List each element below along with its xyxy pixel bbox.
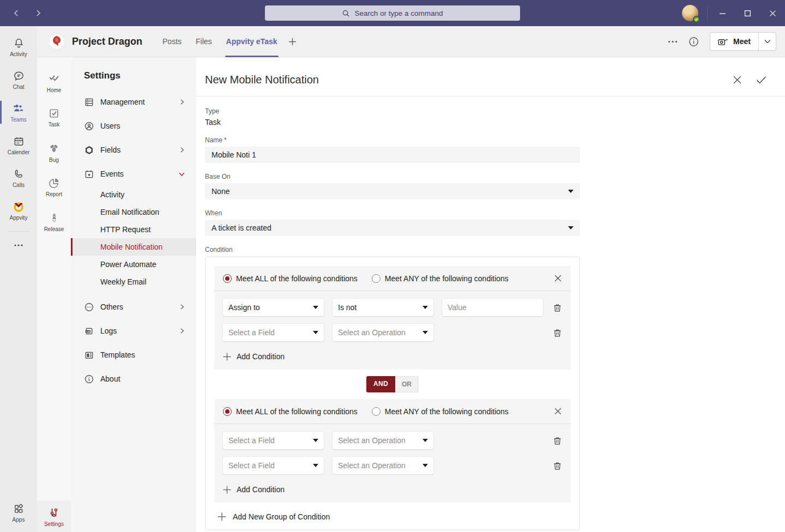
maximize-button[interactable] — [735, 0, 760, 26]
titlebar-divider — [707, 6, 708, 20]
bell-icon — [13, 37, 25, 50]
info-button[interactable] — [689, 37, 699, 47]
nav-fields[interactable]: Fields — [71, 138, 196, 162]
main-panel: New Mobile Notification Type Task — [196, 57, 785, 532]
delete-condition-button[interactable] — [553, 436, 562, 445]
nav-events[interactable]: Events — [71, 162, 196, 186]
operation-dropdown[interactable]: Select an Operation — [333, 324, 433, 341]
add-tab-button[interactable] — [285, 26, 301, 57]
forward-icon[interactable] — [32, 7, 45, 20]
tab-appvity-etask[interactable]: Appvity eTask — [219, 26, 285, 57]
notification-form: Type Task Name* Base On None When A tick… — [196, 96, 580, 530]
nav-management[interactable]: Management — [71, 90, 196, 114]
close-window-button[interactable] — [760, 0, 785, 26]
module-release[interactable]: Release — [37, 204, 71, 239]
name-field[interactable] — [205, 147, 580, 163]
or-toggle[interactable]: OR — [395, 376, 419, 392]
save-button[interactable] — [756, 75, 766, 84]
fields-icon — [84, 145, 94, 155]
operation-dropdown[interactable]: Is not — [333, 299, 433, 316]
module-task[interactable]: Task — [37, 100, 71, 135]
operation-dropdown[interactable]: Select an Operation — [333, 432, 433, 449]
module-home[interactable]: Home — [37, 65, 71, 100]
nav-events-weekly-email[interactable]: Weekly Email — [71, 273, 196, 291]
ellipsis-icon — [668, 40, 678, 43]
chevron-down-icon — [178, 171, 185, 178]
group-operator-toggle: AND OR — [214, 376, 571, 392]
condition-row: Select a Field Select an Operation — [223, 324, 562, 341]
meet-dropdown-button[interactable] — [758, 33, 776, 50]
remove-group-button[interactable] — [554, 407, 562, 415]
teams-app-rail: Activity Chat Teams Calender — [0, 26, 37, 532]
when-dropdown[interactable]: A ticket is created — [205, 220, 580, 236]
field-dropdown[interactable]: Select a Field — [223, 457, 324, 474]
tab-posts[interactable]: Posts — [155, 26, 189, 57]
channel-tabs: Posts Files Appvity eTask — [155, 26, 300, 57]
value-field[interactable] — [442, 299, 543, 316]
avatar[interactable] — [682, 5, 698, 21]
phone-icon — [13, 168, 25, 180]
tab-files[interactable]: Files — [189, 26, 219, 57]
nav-events-http-request[interactable]: HTTP Request — [71, 221, 196, 238]
field-dropdown[interactable]: Select a Field — [223, 432, 324, 449]
module-bug[interactable]: Bug — [37, 135, 71, 170]
rail-item-calendar[interactable]: Calender — [0, 129, 37, 161]
rail-item-chat[interactable]: Chat — [0, 63, 37, 96]
nav-users[interactable]: Users — [71, 114, 196, 138]
calendar-icon — [13, 135, 25, 148]
delete-condition-button[interactable] — [553, 328, 562, 337]
when-label: When — [205, 209, 580, 217]
page-title: New Mobile Notification — [205, 74, 319, 86]
etask-module-rail: Home Task Bug — [37, 57, 71, 532]
more-dots-icon — [14, 244, 23, 247]
nav-events-activity[interactable]: Activity — [71, 186, 196, 203]
chevron-right-icon — [179, 99, 185, 105]
nav-others[interactable]: Others — [71, 295, 196, 319]
home-checks-icon — [47, 72, 61, 85]
dropdown-caret-icon — [313, 439, 318, 442]
meet-button[interactable]: Meet — [710, 33, 758, 50]
plus-icon — [218, 512, 226, 521]
operation-dropdown[interactable]: Select an Operation — [333, 457, 433, 474]
rail-item-activity[interactable]: Activity — [0, 31, 37, 63]
rail-item-teams[interactable]: Teams — [0, 96, 37, 129]
task-checkbox-icon — [48, 107, 60, 119]
meet-any-radio[interactable] — [372, 407, 381, 416]
plus-icon — [288, 38, 297, 46]
nav-events-mobile-notification[interactable]: Mobile Notification — [71, 238, 196, 256]
meet-all-radio[interactable] — [223, 274, 232, 283]
add-new-group-button[interactable]: Add New Group of Condition — [214, 512, 571, 521]
and-toggle[interactable]: AND — [366, 376, 395, 392]
nav-templates[interactable]: Templates — [71, 343, 196, 367]
remove-group-button[interactable] — [554, 274, 562, 282]
base-on-dropdown[interactable]: None — [205, 183, 580, 200]
meet-all-radio[interactable] — [223, 407, 232, 416]
meet-any-radio[interactable] — [372, 274, 381, 283]
close-icon — [554, 274, 562, 282]
rail-item-apps[interactable]: Apps — [0, 496, 37, 529]
nav-events-power-automate[interactable]: Power Automate — [71, 256, 196, 273]
nav-logs[interactable]: LOG Logs — [71, 319, 196, 343]
delete-condition-button[interactable] — [553, 303, 562, 312]
rail-item-calls[interactable]: Calls — [0, 161, 37, 194]
delete-condition-button[interactable] — [553, 461, 562, 470]
rail-item-appvity[interactable]: Appvity — [0, 194, 37, 227]
minimize-button[interactable] — [710, 0, 735, 26]
more-options-button[interactable] — [668, 40, 678, 43]
module-settings[interactable]: Settings — [37, 500, 71, 532]
templates-icon — [84, 350, 94, 360]
field-dropdown[interactable]: Select a Field — [223, 324, 324, 341]
rail-item-more[interactable] — [0, 236, 37, 255]
cancel-button[interactable] — [733, 75, 742, 84]
add-condition-button[interactable]: Add Condition — [223, 349, 562, 362]
dropdown-caret-icon — [568, 226, 573, 229]
back-icon[interactable] — [10, 7, 23, 20]
field-dropdown[interactable]: Assign to — [223, 299, 324, 316]
dropdown-caret-icon — [422, 439, 428, 442]
nav-about[interactable]: About — [71, 367, 196, 391]
module-report[interactable]: Report — [37, 170, 71, 204]
logs-icon: LOG — [84, 326, 94, 336]
add-condition-button[interactable]: Add Condition — [223, 482, 562, 495]
search-input[interactable]: Search or type a command — [265, 5, 520, 21]
nav-events-email-notification[interactable]: Email Notification — [71, 203, 196, 221]
